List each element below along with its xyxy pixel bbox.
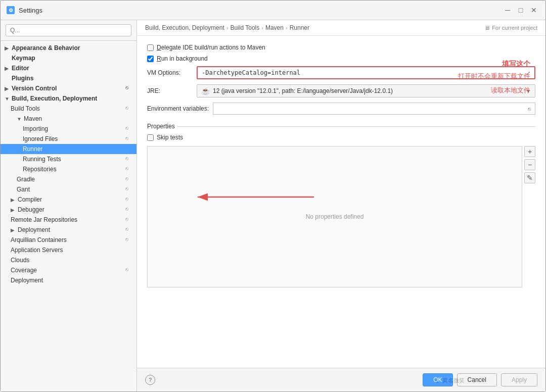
jre-select[interactable]: ☕ 12 (java version "12.0.1", path: E:/la…: [197, 84, 535, 97]
external-icon-running: ⎋: [125, 156, 132, 163]
sidebar-item-version-control[interactable]: ▶ Version Control ⎋: [1, 83, 136, 93]
sidebar-item-debugger[interactable]: ▶ Debugger ⎋: [1, 205, 136, 215]
sidebar-item-label: Maven: [24, 115, 42, 122]
sidebar-item-clouds[interactable]: Clouds: [1, 255, 136, 265]
sidebar-item-label: Arquillian Containers: [11, 236, 67, 243]
breadcrumb: Build, Execution, Deployment › Build Too…: [145, 24, 309, 31]
external-icon-coverage: ⎋: [125, 267, 132, 274]
skip-tests-row: Skip tests: [147, 134, 535, 141]
external-icon-gant: ⎋: [125, 186, 132, 193]
jre-row: JRE: ☕ 12 (java version "12.0.1", path: …: [147, 84, 535, 97]
env-vars-input-container: ⎋: [213, 103, 535, 115]
sidebar-item-running-tests[interactable]: Running Tests ⎋: [1, 154, 136, 164]
sidebar-item-app-servers[interactable]: Application Servers: [1, 245, 136, 255]
breadcrumb-sep-3: ›: [286, 25, 288, 31]
sidebar-item-appearance[interactable]: ▶ Appearance & Behavior: [1, 43, 136, 53]
watermark: ☺ 莫名微笑: [435, 377, 465, 384]
external-icon-dep: ⎋: [125, 226, 132, 233]
footer: ? ☺ 莫名微笑 OK Cancel Apply: [137, 368, 545, 391]
vm-options-input[interactable]: [198, 67, 534, 78]
sidebar: ▶ Appearance & Behavior Keymap ▶ Editor …: [1, 20, 137, 391]
sidebar-item-runner[interactable]: Runner: [1, 144, 136, 154]
sidebar-item-arquillian[interactable]: Arquillian Containers ⎋: [1, 235, 136, 245]
apply-button[interactable]: Apply: [501, 373, 537, 386]
env-vars-expand-button[interactable]: ⎋: [525, 104, 534, 113]
expand-arrow-appearance: ▶: [5, 45, 10, 51]
skip-tests-checkbox[interactable]: [147, 134, 154, 141]
edit-property-button[interactable]: ✎: [524, 172, 535, 183]
sidebar-item-label: Appearance & Behavior: [12, 44, 80, 52]
expand-arrow-deployment: ▶: [11, 227, 16, 233]
sidebar-item-keymap[interactable]: Keymap: [1, 53, 136, 63]
sidebar-item-label: Gant: [17, 186, 30, 193]
sidebar-item-ignored-files[interactable]: Ignored Files ⎋: [1, 134, 136, 144]
external-icon-compiler: ⎋: [125, 196, 132, 203]
run-background-label: Run in background: [157, 55, 208, 62]
sidebar-item-label: Deployment: [11, 277, 43, 284]
sidebar-item-importing[interactable]: Importing ⎋: [1, 124, 136, 134]
sidebar-item-label: Build, Execution, Deployment: [12, 95, 97, 102]
properties-buttons: + − ✎: [524, 146, 535, 287]
sidebar-item-gant[interactable]: Gant ⎋: [1, 184, 136, 194]
sidebar-item-editor[interactable]: ▶ Editor: [1, 63, 136, 73]
close-button[interactable]: ✕: [528, 5, 539, 16]
breadcrumb-sep-1: ›: [226, 25, 229, 31]
external-icon-importing: ⎋: [125, 125, 132, 132]
sidebar-item-compiler[interactable]: ▶ Compiler ⎋: [1, 194, 136, 205]
jre-dropdown-arrow: ▼: [526, 88, 531, 94]
sidebar-item-deployment[interactable]: ▶ Deployment ⎋: [1, 225, 136, 235]
add-property-button[interactable]: +: [524, 146, 535, 157]
sidebar-item-label: Coverage: [11, 267, 37, 274]
expand-arrow-vc: ▶: [5, 86, 10, 91]
sidebar-item-label: Repositories: [23, 166, 57, 173]
sidebar-item-maven[interactable]: ▼ Maven: [1, 114, 136, 124]
for-current-project-label: For current project: [492, 25, 537, 31]
properties-label: Properties: [147, 123, 175, 130]
settings-window: ⚙ Settings ─ □ ✕ ▶ Appearance & Behavior: [0, 0, 546, 392]
expand-arrow-build: ▼: [5, 96, 10, 102]
sidebar-item-repositories[interactable]: Repositories ⎋: [1, 164, 136, 174]
minimize-button[interactable]: ─: [502, 5, 513, 16]
vm-expand-button[interactable]: ⤢: [523, 68, 533, 77]
sidebar-item-coverage[interactable]: Coverage ⎋: [1, 265, 136, 275]
maximize-button[interactable]: □: [515, 5, 526, 16]
sidebar-item-label: Remote Jar Repositories: [11, 216, 77, 223]
sidebar-tree: ▶ Appearance & Behavior Keymap ▶ Editor …: [1, 41, 136, 391]
sidebar-item-build-tools[interactable]: Build Tools ⎋: [1, 104, 136, 114]
settings-panel: DDelegate IDE build/run actions to Maven…: [137, 36, 545, 368]
sidebar-item-build-exec[interactable]: ▼ Build, Execution, Deployment: [1, 93, 136, 104]
sidebar-item-label: Gradle: [17, 176, 35, 183]
sidebar-item-label: Importing: [23, 125, 48, 132]
expand-arrow-debugger: ▶: [11, 207, 16, 213]
sidebar-item-deployment2[interactable]: Deployment: [1, 275, 136, 285]
sidebar-item-label: Editor: [12, 65, 29, 72]
expand-arrow-maven: ▼: [17, 116, 22, 122]
sidebar-item-label: Plugins: [12, 75, 33, 82]
main-content: Build, Execution, Deployment › Build Too…: [137, 20, 545, 368]
sidebar-item-label: Application Servers: [11, 247, 63, 254]
delegate-ide-label: DDelegate IDE build/run actions to Maven…: [157, 44, 265, 51]
sidebar-item-label: Clouds: [11, 257, 29, 264]
sidebar-item-plugins[interactable]: Plugins: [1, 73, 136, 83]
search-box: [1, 20, 136, 41]
breadcrumb-sep-2: ›: [261, 25, 263, 31]
remove-property-button[interactable]: −: [524, 159, 535, 170]
sidebar-item-gradle[interactable]: Gradle ⎋: [1, 174, 136, 184]
delegate-ide-checkbox[interactable]: [147, 44, 154, 51]
external-icon-bt: ⎋: [125, 105, 132, 112]
delegate-ide-row: DDelegate IDE build/run actions to Maven…: [147, 44, 535, 51]
breadcrumb-item-1: Build, Execution, Deployment: [145, 24, 224, 31]
sidebar-item-remote-jar[interactable]: Remote Jar Repositories ⎋: [1, 215, 136, 225]
properties-area: No properties defined + − ✎: [147, 146, 535, 287]
jre-select-inner: ☕ 12 (java version "12.0.1", path: E:/la…: [201, 87, 523, 95]
watermark-text: 莫名微笑: [442, 377, 465, 384]
properties-section: Properties Skip tests No properties defi…: [147, 123, 535, 287]
app-icon: ⚙: [7, 6, 15, 14]
run-background-checkbox[interactable]: [147, 56, 154, 62]
search-input[interactable]: [6, 24, 131, 36]
help-button[interactable]: ?: [145, 375, 155, 385]
external-icon-repos: ⎋: [125, 166, 132, 173]
breadcrumb-bar: Build, Execution, Deployment › Build Too…: [137, 20, 545, 36]
main-panel: Build, Execution, Deployment › Build Too…: [137, 20, 545, 391]
expand-arrow-editor: ▶: [5, 66, 10, 71]
